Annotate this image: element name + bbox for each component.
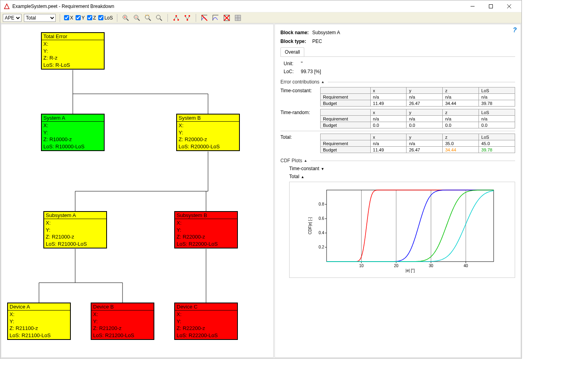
error-contrib-header[interactable]: Error contributions▲ bbox=[280, 79, 515, 85]
node-body: X:Y:Z: R21200-zLoS: R21200-LoS bbox=[91, 310, 154, 339]
node-body: X:Y:Z: R22200-zLoS: R22200-LoS bbox=[175, 310, 237, 339]
svg-line-23 bbox=[185, 17, 187, 19]
svg-text:0.4: 0.4 bbox=[319, 231, 324, 235]
collapse-arrow-icon: ▲ bbox=[304, 159, 307, 163]
collapse-arrow-icon: ▲ bbox=[321, 80, 325, 84]
svg-rect-1 bbox=[489, 4, 493, 8]
svg-line-12 bbox=[149, 19, 151, 21]
svg-line-25 bbox=[202, 15, 207, 21]
zoom-out-icon[interactable] bbox=[132, 14, 141, 22]
svg-line-24 bbox=[187, 17, 189, 19]
node-title: Subsystem A bbox=[44, 212, 106, 219]
svg-point-20 bbox=[185, 15, 186, 17]
zoom-reset-icon[interactable] bbox=[155, 14, 163, 22]
node-subB[interactable]: Subsystem BX:Y:Z: R22000-zLoS: R22000-Lo… bbox=[174, 211, 238, 248]
details-pane: ? Block name:Subsystem A Block type:PEC … bbox=[274, 24, 521, 358]
expand-arrow-icon: ▼ bbox=[321, 167, 325, 171]
node-body: X:Y:Z: R21100-zLoS: R21100-LoS bbox=[8, 310, 70, 339]
svg-text:40: 40 bbox=[463, 264, 468, 268]
svg-text:20: 20 bbox=[394, 264, 399, 268]
block-name-label: Block name: bbox=[280, 30, 312, 35]
node-body: X:Y:Z: R21000-zLoS: R21000-LoS bbox=[44, 219, 106, 248]
node-title: Device C bbox=[175, 303, 237, 310]
svg-point-15 bbox=[175, 15, 177, 17]
node-sysA[interactable]: System AX:Y:Z: R10000-zLoS: R10000-LoS bbox=[41, 114, 105, 151]
node-devB[interactable]: Device BX:Y:Z: R21200-zLoS: R21200-LoS bbox=[91, 303, 154, 340]
cdf-plot-frame: 102030400.20.40.60.8|e| ['']CDF|e| [-] bbox=[289, 182, 515, 278]
tree-icon-a[interactable] bbox=[172, 14, 181, 22]
node-sysB[interactable]: System BX:Y:Z: R20000-zLoS: R20000-LoS bbox=[176, 114, 240, 151]
svg-point-22 bbox=[187, 19, 188, 21]
check-los[interactable]: LoS bbox=[98, 15, 113, 21]
check-z[interactable]: Z bbox=[87, 15, 96, 21]
subgroup-total[interactable]: Total▲ bbox=[289, 174, 515, 179]
plot-off-icon[interactable] bbox=[200, 14, 209, 22]
block-type-label: Block type: bbox=[280, 39, 312, 44]
svg-text:0.8: 0.8 bbox=[319, 202, 324, 206]
svg-line-9 bbox=[138, 19, 140, 21]
unit-value: '' bbox=[301, 61, 303, 66]
plot-on-icon[interactable] bbox=[211, 14, 220, 22]
node-title: Subsystem B bbox=[175, 212, 237, 219]
svg-text:0.2: 0.2 bbox=[319, 245, 324, 249]
collapse-arrow-icon: ▲ bbox=[301, 175, 304, 179]
node-devA[interactable]: Device AX:Y:Z: R21100-zLoS: R21100-LoS bbox=[7, 303, 71, 340]
svg-point-17 bbox=[177, 19, 179, 21]
mode-select[interactable]: APE bbox=[3, 14, 21, 22]
node-title: Device B bbox=[91, 303, 154, 310]
check-x[interactable]: X bbox=[64, 15, 73, 21]
svg-text:30: 30 bbox=[429, 264, 434, 268]
subgroup-tc[interactable]: Time-constant▼ bbox=[289, 166, 515, 171]
node-title: Total Error bbox=[42, 33, 104, 40]
maximize-button[interactable] bbox=[482, 0, 500, 12]
tab-overall[interactable]: Overall bbox=[280, 47, 304, 56]
node-title: System B bbox=[177, 114, 239, 122]
unit-label: Unit: bbox=[284, 61, 300, 66]
svg-text:CDF|e| [-]: CDF|e| [-] bbox=[308, 217, 312, 234]
tree-icon-b[interactable] bbox=[183, 14, 192, 22]
minimize-button[interactable] bbox=[463, 0, 482, 12]
grid-off-icon[interactable] bbox=[222, 14, 231, 22]
close-button[interactable] bbox=[500, 0, 518, 12]
grid-on-icon[interactable] bbox=[233, 14, 242, 22]
loc-label: LoC: bbox=[284, 69, 300, 74]
block-type-value: PEC bbox=[312, 39, 322, 44]
toolbar: APE Total X Y Z LoS bbox=[0, 12, 521, 23]
node-body: X:Y:Z: R20000-zLoS: R20000-LoS bbox=[177, 122, 239, 150]
time-constant-table: xyzLoS Requirementn/an/an/an/a Budget11.… bbox=[320, 87, 515, 107]
cdf-plots-header[interactable]: CDF Plots▲ bbox=[280, 158, 515, 163]
total-label: Total: bbox=[280, 134, 320, 153]
help-icon[interactable]: ? bbox=[513, 27, 517, 34]
svg-point-13 bbox=[156, 15, 160, 19]
svg-line-19 bbox=[176, 17, 178, 19]
tree-pane[interactable]: Total ErrorX:Y:Z: R-zLoS: R-LoSSystem AX… bbox=[1, 24, 274, 358]
node-title: System A bbox=[42, 114, 104, 122]
svg-line-5 bbox=[126, 19, 128, 21]
tr-label: Time-random: bbox=[280, 109, 320, 128]
svg-line-14 bbox=[160, 19, 162, 21]
block-name-value: Subsystem A bbox=[312, 30, 340, 35]
node-devC[interactable]: Device CX:Y:Z: R22200-zLoS: R22200-LoS bbox=[174, 303, 238, 340]
svg-text:10: 10 bbox=[359, 264, 364, 268]
check-y[interactable]: Y bbox=[76, 15, 85, 21]
node-title: Device A bbox=[8, 303, 70, 310]
app-icon bbox=[4, 3, 10, 10]
zoom-in-icon[interactable] bbox=[121, 14, 130, 22]
svg-text:0.6: 0.6 bbox=[319, 216, 324, 221]
svg-point-21 bbox=[189, 15, 190, 17]
tc-label: Time-constant: bbox=[280, 87, 320, 107]
svg-text:|e| ['']: |e| [''] bbox=[406, 268, 415, 273]
svg-point-16 bbox=[173, 19, 175, 21]
node-body: X:Y:Z: R-zLoS: R-LoS bbox=[42, 40, 104, 69]
node-total[interactable]: Total ErrorX:Y:Z: R-zLoS: R-LoS bbox=[41, 32, 105, 70]
total-table: xyzLoS Requirementn/an/a35.045.0 Budget1… bbox=[320, 134, 515, 153]
node-body: X:Y:Z: R10000-zLoS: R10000-LoS bbox=[42, 122, 104, 150]
zoom-fit-icon[interactable] bbox=[144, 14, 152, 22]
scope-select[interactable]: Total bbox=[24, 14, 56, 22]
cdf-plot[interactable]: 102030400.20.40.60.8|e| ['']CDF|e| [-] bbox=[307, 186, 498, 274]
node-body: X:Y:Z: R22000-zLoS: R22000-LoS bbox=[175, 219, 237, 248]
time-random-table: xyzLoS Requirementn/an/an/an/a Budget0.0… bbox=[320, 109, 515, 128]
svg-line-18 bbox=[174, 17, 176, 19]
node-subA[interactable]: Subsystem AX:Y:Z: R21000-zLoS: R21000-Lo… bbox=[43, 211, 107, 248]
title-bar: ExampleSystem.peet - Requirement Breakdo… bbox=[0, 0, 521, 12]
